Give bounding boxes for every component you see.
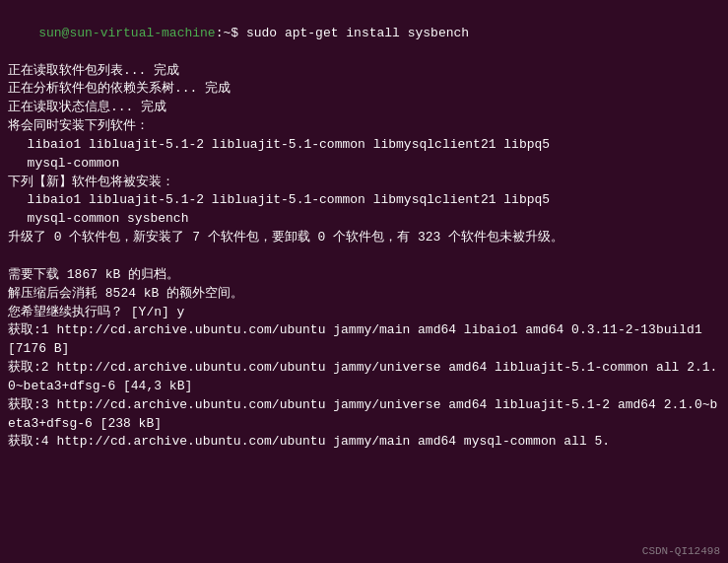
output-line-3: 正在读取状态信息... 完成 (8, 99, 720, 117)
output-line-9: mysql-common sysbench (8, 210, 720, 229)
username: sun@sun-virtual-machine (38, 26, 215, 40)
terminal-window: sun@sun-virtual-machine:~$ sudo apt-get … (0, 0, 728, 563)
output-line-16: 获取:2 http://cd.archive.ubuntu.com/ubuntu… (8, 359, 720, 396)
output-line-8: libaio1 libluajit-5.1-2 libluajit-5.1-co… (8, 191, 720, 210)
output-line-1: 正在读取软件包列表... 完成 (8, 62, 720, 81)
output-line-6: mysql-common (8, 155, 720, 174)
output-line-15: 获取:1 http://cd.archive.ubuntu.com/ubuntu… (8, 321, 720, 359)
watermark-text: CSDN-QI12498 (642, 545, 720, 557)
output-line-5: libaio1 libluajit-5.1-2 libluajit-5.1-co… (8, 136, 720, 155)
prompt-line: sun@sun-virtual-machine:~$ sudo apt-get … (8, 6, 720, 62)
command-text: sudo apt-get install sysbench (246, 26, 469, 40)
output-line-12: 需要下载 1867 kB 的归档。 (8, 266, 720, 285)
output-line-2: 正在分析软件包的依赖关系树... 完成 (8, 80, 720, 99)
output-line-7: 下列【新】软件包将被安装： (8, 174, 720, 192)
prompt-separator: :~$ (216, 26, 246, 40)
output-line-18: 获取:4 http://cd.archive.ubuntu.com/ubuntu… (8, 433, 720, 452)
output-line-13: 解压缩后会消耗 8524 kB 的额外空间。 (8, 285, 720, 304)
output-line-4: 将会同时安装下列软件： (8, 117, 720, 136)
output-line-14: 您希望继续执行吗？ [Y/n] y (8, 304, 720, 322)
output-line-10: 升级了 0 个软件包，新安装了 7 个软件包，要卸载 0 个软件包，有 323 … (8, 229, 720, 247)
output-blank (8, 247, 720, 266)
output-line-17: 获取:3 http://cd.archive.ubuntu.com/ubuntu… (8, 396, 720, 434)
